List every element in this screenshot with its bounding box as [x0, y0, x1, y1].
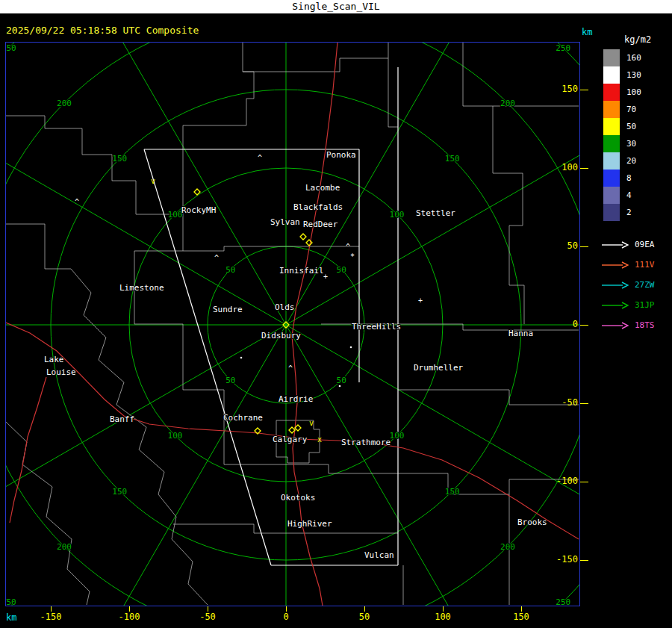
range-ring-label: 150 [112, 487, 127, 497]
legend-color-swatch [603, 204, 620, 221]
radar-site-list: 09EA111V27ZW31JP18TS [602, 234, 655, 335]
place-label: Stettler [416, 208, 455, 218]
legend-entry: 50 [603, 118, 651, 135]
right-axis-tick [580, 560, 588, 561]
symbol-marker: x [317, 435, 322, 444]
place-label: Banff [110, 414, 134, 424]
legend-color-swatch [603, 118, 620, 135]
radar-site-id: 111V [635, 260, 655, 270]
right-axis-tick-label: -150 [548, 555, 578, 565]
legend-entry: 2 [603, 204, 651, 221]
legend-value: 130 [626, 70, 641, 80]
legend-value: 100 [626, 87, 641, 97]
legend-color-swatch [603, 187, 620, 204]
boundary-line [6, 116, 183, 214]
legend-color-swatch [603, 84, 620, 101]
bottom-axis-tick-label: -50 [193, 612, 223, 622]
legend-unit-label: kg/m2 [624, 34, 651, 45]
place-label: RockyMH [181, 205, 216, 215]
range-ring-label: 150 [445, 154, 460, 164]
right-axis-tick-label: 150 [548, 84, 578, 94]
axis-unit-label-bottom: km [6, 612, 16, 623]
bottom-axis-tick [51, 606, 52, 612]
right-axis-tick-label: -100 [548, 476, 578, 486]
boundary-line [183, 43, 254, 214]
symbol-marker: + [418, 296, 423, 305]
legend-entry: 100 [603, 84, 651, 101]
right-axis-tick-label: -50 [548, 398, 578, 408]
range-ring-label: 150 [445, 487, 460, 497]
dot-marker [339, 385, 341, 388]
range-ring-label: 100 [168, 210, 183, 220]
symbol-marker: v [151, 177, 155, 185]
place-label: Olds [275, 302, 295, 312]
radar-map[interactable]: 5050505010010010010015015015015020020020… [6, 43, 579, 606]
bottom-axis-tick-label: -100 [114, 612, 144, 622]
radar-site-entry: 18TS [602, 315, 655, 335]
symbol-marker: ^ [214, 254, 219, 262]
legend-color-swatch [603, 152, 620, 170]
symbol-marker: ^ [288, 364, 293, 373]
bottom-axis-tick [521, 606, 522, 612]
bottom-axis-tick [286, 606, 287, 612]
radar-arrow-icon [602, 282, 629, 289]
bottom-axis-tick [443, 606, 444, 612]
symbol-marker: + [323, 273, 328, 281]
map-layers: 5050505010010010010015015015015020020020… [6, 43, 579, 606]
legend-entry: 8 [603, 170, 651, 187]
symbol-marker: v [309, 419, 314, 427]
right-axis-tick [580, 403, 588, 404]
bottom-axis-tick-label: 0 [271, 612, 301, 622]
bottom-axis-tick-label: -150 [36, 612, 66, 622]
symbol-marker: ^ [75, 198, 79, 206]
window-title-bar[interactable]: Single_Scan_VIL [0, 0, 672, 13]
radar-arrow-icon [602, 241, 629, 249]
legend-entry: 70 [603, 101, 651, 118]
place-label: Cochrane [223, 413, 263, 423]
place-label: Vulcan [364, 550, 394, 560]
place-label: Lake [44, 355, 64, 364]
legend-value: 160 [626, 53, 641, 63]
vil-color-legend: kg/m2 16013010070503020842 [603, 34, 651, 221]
place-label: Innisfail [279, 266, 324, 276]
legend-entry: 160 [603, 49, 651, 66]
place-label: Okotoks [281, 493, 315, 503]
radar-site-entry: 111V [602, 255, 655, 275]
legend-value: 20 [626, 156, 636, 166]
range-ring-label: 150 [112, 154, 127, 164]
range-ring-label: 50 [225, 376, 235, 385]
boundary-line [243, 43, 388, 72]
bottom-axis-tick [208, 606, 208, 612]
bottom-axis-tick [129, 606, 130, 612]
highway-line [10, 377, 46, 523]
boundary-line [134, 214, 183, 251]
bottom-axis-tick [364, 606, 365, 612]
legend-entries: 16013010070503020842 [603, 49, 651, 221]
bottom-axis-tick-label: 150 [506, 612, 536, 622]
place-label: Strathmore [341, 438, 391, 447]
right-axis-tick-label: 50 [548, 241, 578, 251]
radar-site-id: 18TS [635, 320, 655, 330]
radar-site-id: 31JP [635, 300, 655, 310]
range-ring-label: 100 [168, 431, 183, 441]
window-title: Single_Scan_VIL [292, 1, 379, 12]
place-label: Sundre [213, 305, 243, 314]
right-axis-tick [580, 90, 588, 90]
radar-arrow-icon [602, 322, 629, 329]
radar-arrow-icon [602, 302, 629, 309]
right-axis-tick-label: 100 [548, 163, 578, 172]
place-label: Hanna [508, 329, 533, 338]
scan-timestamp: 2025/09/22 05:18:58 UTC Composite [6, 25, 199, 36]
right-axis-tick [580, 325, 588, 326]
right-axis-tick [580, 482, 588, 482]
city-diamond-marker [306, 240, 312, 246]
dot-marker [350, 346, 352, 349]
range-ring-label: 200 [500, 542, 515, 552]
legend-value: 30 [626, 139, 636, 149]
boundary-line [224, 464, 398, 473]
place-label: Didsbury [261, 331, 301, 341]
range-ring-label: 50 [337, 265, 346, 275]
legend-color-swatch [603, 49, 620, 66]
boundary-line [388, 58, 398, 127]
range-ring-label: 50 [225, 265, 235, 275]
